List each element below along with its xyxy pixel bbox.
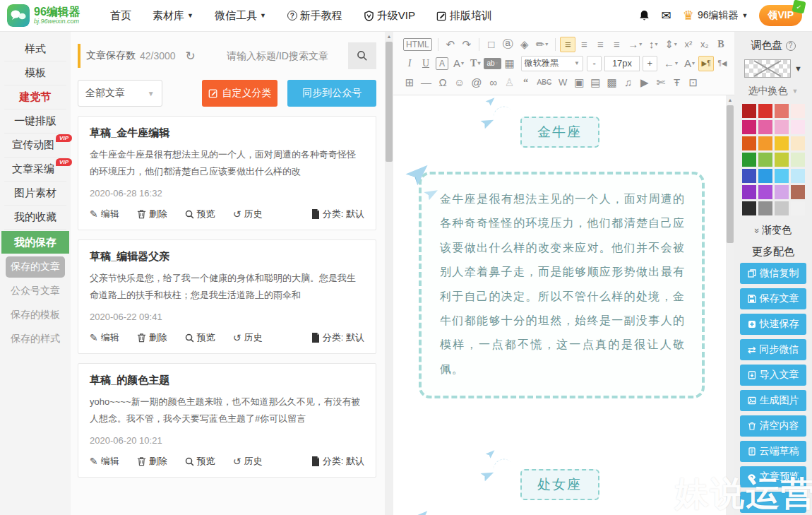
color-swatch[interactable] xyxy=(775,136,789,150)
article-title[interactable]: 草稿_的颜色主题 xyxy=(90,374,364,387)
underline-icon[interactable]: U xyxy=(418,56,434,71)
bold-icon[interactable]: B xyxy=(713,37,729,52)
sidebar-item-one-click-layout[interactable]: 一键排版 xyxy=(4,109,66,134)
color-swatch[interactable] xyxy=(775,201,789,215)
eraser-icon[interactable]: ◈ xyxy=(517,37,532,52)
color-swatch[interactable] xyxy=(775,153,789,167)
history-button[interactable]: ↺历史 xyxy=(233,455,263,468)
ltr-icon[interactable]: ▶¶ xyxy=(698,56,714,71)
new-doc-icon[interactable]: □ xyxy=(484,37,499,52)
sidebar-item-image-material[interactable]: 图片素材 xyxy=(4,182,66,206)
chevron-down-icon[interactable]: ▼ xyxy=(794,64,802,73)
section-heading-virgo[interactable]: 处女座 xyxy=(520,469,599,500)
at-search-icon[interactable]: @ xyxy=(468,75,484,90)
nav-home[interactable]: 首页 xyxy=(110,9,131,23)
color-swatch[interactable] xyxy=(775,120,789,134)
color-swatch[interactable] xyxy=(791,136,805,150)
color-swatch[interactable] xyxy=(791,104,805,118)
scrollbar-thumb[interactable] xyxy=(727,105,734,243)
nav-upgrade-vip[interactable]: 升级VIP xyxy=(364,9,415,23)
scrollbar-thumb[interactable] xyxy=(386,42,393,162)
section-body-taurus[interactable]: 金牛座是很有想法主见的一个人，面对周遭的各种奇奇怪怪的环境压力，他们都清楚自己应… xyxy=(419,172,705,398)
italic-icon[interactable]: I xyxy=(402,56,417,71)
highlight-icon[interactable]: ab▾ xyxy=(484,58,501,69)
sidebar-item-article-collect[interactable]: 文章采编VIP xyxy=(4,158,66,182)
line-height-icon[interactable]: ↕▾ xyxy=(645,37,661,52)
sidebar-sub-saved-templates[interactable]: 保存的模板 xyxy=(6,304,65,326)
sidebar-sub-saved-styles[interactable]: 保存的样式 xyxy=(6,328,65,350)
border-grid-icon[interactable]: ▦ xyxy=(502,56,518,71)
site-logo[interactable]: 96编辑器 bj.96weixin.com xyxy=(7,4,97,27)
nav-wechat-tools[interactable]: 微信工具▼ xyxy=(215,9,266,23)
align-right-icon[interactable]: ≡ xyxy=(592,37,608,52)
color-swatch[interactable] xyxy=(775,185,789,199)
color-swatch[interactable] xyxy=(758,153,772,167)
color-swatch[interactable] xyxy=(742,185,756,199)
strikethrough-icon[interactable]: ABC xyxy=(535,75,555,90)
editor-scrollbar[interactable]: ▲ xyxy=(726,95,734,515)
scroll-up-icon[interactable]: ▲ xyxy=(726,95,734,104)
category-filter-select[interactable]: 全部文章 ▼ xyxy=(78,80,162,107)
link-icon[interactable]: ∞ xyxy=(486,75,501,90)
bell-icon[interactable] xyxy=(638,9,650,22)
color-swatch[interactable] xyxy=(791,169,805,183)
indent-icon[interactable]: →▾ xyxy=(625,37,645,52)
more-palettes-link[interactable]: 更多配色 xyxy=(740,245,806,259)
list-scrollbar[interactable]: ▲ xyxy=(385,32,393,515)
delete-button[interactable]: 删除 xyxy=(137,331,167,344)
get-vip-badge[interactable]: 领VIP ✓ xyxy=(759,5,802,26)
sync-to-official-button[interactable]: 同步到公众号 xyxy=(287,80,376,107)
sidebar-item-my-favorites[interactable]: 我的收藏 xyxy=(4,206,66,230)
quick-save-button[interactable]: 快速保存 xyxy=(740,314,806,335)
history-button[interactable]: ↺历史 xyxy=(233,331,263,344)
fullscreen-icon[interactable]: ⊡ xyxy=(686,75,701,90)
indent-option-icon[interactable]: ←▾ xyxy=(661,56,681,71)
editor-canvas[interactable]: 金牛座 金牛座是很有想法主见的一个人，面对周遭的各种奇奇怪怪的环境压力，他们都清… xyxy=(393,95,726,515)
color-swatch[interactable] xyxy=(775,104,789,118)
color-swatch[interactable] xyxy=(742,120,756,134)
transparent-swatch[interactable] xyxy=(744,59,791,78)
refresh-icon[interactable]: ↻ xyxy=(186,49,196,64)
search-input[interactable] xyxy=(227,50,348,61)
sidebar-sub-saved-articles[interactable]: 保存的文章 xyxy=(6,256,65,278)
paragraph-spacing-icon[interactable]: ⇕▾ xyxy=(662,37,680,52)
color-swatch[interactable] xyxy=(758,185,772,199)
frame-image-icon[interactable]: ▩ xyxy=(604,75,620,90)
superscript-icon[interactable]: x² xyxy=(681,37,696,52)
color-swatch[interactable] xyxy=(742,104,756,118)
gradient-colors-toggle[interactable]: » 渐变色 xyxy=(740,224,806,237)
article-title[interactable]: 草稿_编辑器父亲 xyxy=(90,250,364,264)
text-style-icon[interactable]: T▾ xyxy=(467,56,483,71)
horizontal-rule-icon[interactable]: ― xyxy=(418,75,434,90)
nav-layout-training[interactable]: 排版培训 xyxy=(436,9,492,23)
clear-content-button[interactable]: 清空内容 xyxy=(740,415,806,437)
font-color-icon[interactable]: A▾ xyxy=(450,56,467,71)
sidebar-sub-official-articles[interactable]: 公众号文章 xyxy=(6,280,65,302)
color-swatch[interactable] xyxy=(791,153,805,167)
scroll-up-icon[interactable]: ▲ xyxy=(385,32,393,40)
font-family-select[interactable]: 微软雅黑▼ xyxy=(521,56,583,71)
image-icon[interactable]: ▣ xyxy=(571,75,587,90)
emoji-icon[interactable]: ☺ xyxy=(451,75,467,90)
delete-button[interactable]: 删除 xyxy=(137,208,167,220)
category-button[interactable]: 分类: 默认 xyxy=(311,455,364,468)
font-size-value[interactable]: 17px xyxy=(604,56,640,71)
preview-button[interactable]: 预览 xyxy=(185,208,215,220)
person-icon[interactable]: ♙ xyxy=(502,75,518,90)
html-mode-icon[interactable]: HTML xyxy=(403,38,432,51)
letter-spacing-icon[interactable]: A▾ xyxy=(681,56,698,71)
category-button[interactable]: 分类: 默认 xyxy=(311,331,364,344)
align-justify-icon[interactable]: ≡ xyxy=(609,37,624,52)
color-swatch[interactable] xyxy=(758,120,772,134)
color-swatch[interactable] xyxy=(775,169,789,183)
color-swatch[interactable] xyxy=(742,169,756,183)
article-preview-button[interactable]: 文章预览 xyxy=(740,466,806,487)
help-icon[interactable]: ? xyxy=(786,41,796,51)
sidebar-item-templates[interactable]: 模板 xyxy=(4,61,66,85)
table-icon[interactable]: ⊞ xyxy=(402,75,417,90)
sidebar-item-party-day[interactable]: 建党节 xyxy=(4,85,66,109)
sidebar-item-styles[interactable]: 样式 xyxy=(4,37,66,61)
article-title[interactable]: 草稿_金牛座编辑 xyxy=(90,126,364,140)
category-button[interactable]: 分类: 默认 xyxy=(311,208,364,220)
section-heading-taurus[interactable]: 金牛座 xyxy=(520,117,599,148)
